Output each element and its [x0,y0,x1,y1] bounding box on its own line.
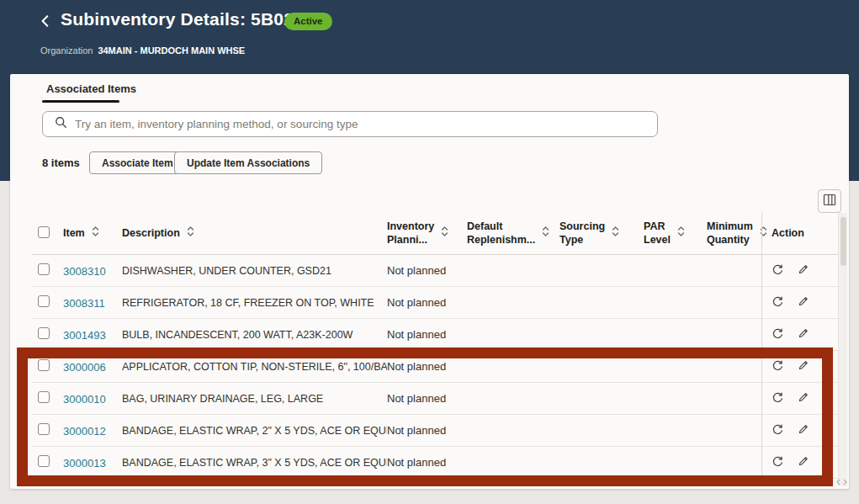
tab-associated-items[interactable]: Associated Items [46,82,136,95]
row-checkbox[interactable] [38,359,50,371]
back-button[interactable] [37,13,54,30]
table-row: 3000006 APPLICATOR, COTTON TIP, NON-STER… [32,351,843,383]
content-panel: Associated Items 8 items Associate Item … [10,74,849,489]
table-row: 3000010 BAG, URINARY DRAINAGE, LEG, LARG… [32,383,843,415]
column-header-inventory-planning[interactable]: InventoryPlanni... [387,220,467,247]
replenish-icon [772,391,784,406]
replenish-button[interactable] [772,263,784,279]
inventory-planning-value: Not planned [387,456,467,469]
item-link[interactable]: 3008310 [63,265,106,278]
replenish-button[interactable] [772,391,784,406]
item-description: REFRIGERATOR, 18 CF, FREEZER ON TOP, WHI… [122,297,387,309]
update-item-associations-button[interactable]: Update Item Associations [174,151,322,174]
sort-icon[interactable] [612,225,619,241]
row-checkbox[interactable] [38,391,50,403]
column-header-par-level[interactable]: PARLevel [644,220,707,247]
sort-icon[interactable] [677,225,685,241]
edit-button[interactable] [798,455,809,470]
column-header-minimum-quantity[interactable]: MinimumQuantity [707,220,763,247]
inventory-planning-value: Not planned [387,296,467,309]
replenish-icon [772,295,784,310]
row-checkbox[interactable] [38,263,50,275]
sort-icon[interactable] [441,225,448,241]
columns-icon [823,194,836,209]
table-row: 3001493 BULB, INCANDESCENT, 200 WATT, A2… [32,319,843,351]
replenish-icon [772,455,784,470]
sort-icon[interactable] [187,225,194,241]
replenish-button[interactable] [772,359,784,374]
horizontal-scrollbar-arrows-icon[interactable] [819,476,847,487]
edit-button[interactable] [798,391,809,406]
table-row: 3008311 REFRIGERATOR, 18 CF, FREEZER ON … [32,287,843,319]
edit-icon [798,391,809,406]
edit-icon [798,263,809,278]
edit-icon [798,327,809,342]
chevron-left-icon [39,18,52,30]
column-header-sourcing-type[interactable]: SourcingType [559,220,644,247]
column-header-item[interactable]: Item [63,225,122,241]
edit-button[interactable] [798,359,809,374]
column-header-action: Action [763,227,843,241]
table-row: 3000013 BANDAGE, ELASTIC WRAP, 3" X 5 YD… [32,447,843,479]
associated-items-table: Item Description InventoryPlanni... Defa… [32,213,843,479]
item-description: DISHWASHER, UNDER COUNTER, GSD21 [122,265,387,277]
item-description: BAG, URINARY DRAINAGE, LEG, LARGE [122,393,387,405]
tab-active-underline [42,100,119,103]
item-description: BANDAGE, ELASTIC WRAP, 3" X 5 YDS, ACE O… [122,457,387,469]
edit-button[interactable] [798,295,809,310]
replenish-button[interactable] [772,423,784,438]
sort-icon[interactable] [92,225,99,241]
item-link[interactable]: 3000006 [63,361,106,374]
inventory-planning-value: Not planned [387,424,467,437]
row-checkbox[interactable] [38,327,50,339]
vertical-scrollbar[interactable] [838,213,847,486]
items-count: 8 items [42,157,80,169]
replenish-button[interactable] [772,455,784,470]
item-description: BANDAGE, ELASTIC WRAP, 2" X 5 YDS, ACE O… [122,425,387,437]
action-column-divider [761,213,762,479]
edit-button[interactable] [798,327,809,342]
select-all-checkbox[interactable] [38,226,50,238]
organization-label: Organization [40,45,93,56]
replenish-icon [772,359,784,374]
column-header-description[interactable]: Description [122,225,387,241]
search-icon [51,116,75,132]
item-link[interactable]: 3001493 [63,329,106,342]
search-input[interactable] [75,118,649,130]
status-badge: Active [284,13,332,30]
page-header: Subinventory Details: 5B02 Active Organi… [0,0,859,74]
organization-value: 34MAIN - MURDOCH MAIN WHSE [98,45,245,56]
search-box[interactable] [42,111,658,137]
edit-button[interactable] [798,263,809,279]
inventory-planning-value: Not planned [387,328,467,341]
edit-icon [798,423,809,438]
table-row: 3008310 DISHWASHER, UNDER COUNTER, GSD21… [32,255,843,287]
item-link[interactable]: 3008311 [63,297,105,310]
column-header-default-replenishment[interactable]: DefaultReplenishm... [467,220,559,247]
table-body: 3008310 DISHWASHER, UNDER COUNTER, GSD21… [32,255,843,479]
manage-columns-button[interactable] [818,189,841,213]
item-description: APPLICATOR, COTTON TIP, NON-STERILE, 6",… [122,361,387,373]
item-link[interactable]: 3000010 [63,393,106,406]
associate-item-button[interactable]: Associate Item [89,151,186,174]
replenish-icon [772,327,784,342]
page-title: Subinventory Details: 5B02 [61,9,294,29]
row-checkbox[interactable] [38,423,50,435]
edit-button[interactable] [798,423,809,438]
inventory-planning-value: Not planned [387,392,467,405]
inventory-planning-value: Not planned [387,264,467,277]
edit-icon [798,359,809,374]
row-checkbox[interactable] [38,455,50,467]
sort-icon[interactable] [542,225,549,241]
replenish-button[interactable] [772,327,784,342]
row-checkbox[interactable] [38,295,50,307]
item-description: BULB, INCANDESCENT, 200 WATT, A23K-200W [122,329,387,341]
table-row: 3000012 BANDAGE, ELASTIC WRAP, 2" X 5 YD… [32,415,843,447]
item-link[interactable]: 3000012 [63,425,106,438]
scrollbar-thumb[interactable] [840,217,846,266]
edit-icon [798,295,809,310]
edit-icon [798,455,809,470]
replenish-button[interactable] [772,295,784,310]
item-link[interactable]: 3000013 [63,457,106,470]
inventory-planning-value: Not planned [387,360,467,373]
